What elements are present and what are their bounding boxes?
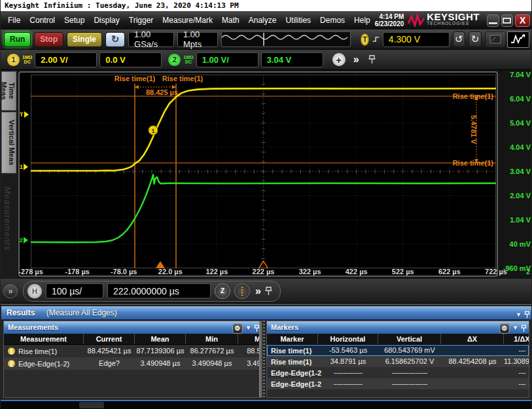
- value-cell: 680.543769 mV: [378, 345, 441, 356]
- column-header[interactable]: Measurement: [4, 334, 84, 344]
- channel2-scale-field[interactable]: 1.00 V/: [196, 52, 258, 67]
- pin-icon[interactable]: [265, 287, 272, 296]
- waveform-workspace: Time Meas Vertical Meas Measurements 1Ri…: [1, 70, 532, 279]
- menu-item-control[interactable]: Control: [25, 11, 60, 29]
- menu-item-help[interactable]: Help: [349, 11, 375, 29]
- column-header[interactable]: Horizontal: [318, 334, 378, 344]
- value-cell: ---: [504, 378, 529, 389]
- waveform-plot[interactable]: 1Rise time(1)Rise time(1)88.425 µsRise t…: [31, 75, 496, 268]
- undo-button[interactable]: ↺: [453, 31, 466, 47]
- minimize-button[interactable]: [487, 14, 499, 27]
- pin-icon[interactable]: [524, 311, 530, 319]
- channel1-ground-marker[interactable]: 1: [20, 162, 31, 171]
- trigger-level-field[interactable]: 4.300 V: [383, 32, 450, 47]
- brand-name: KEYSIGHT: [427, 14, 480, 20]
- lower-threshold-label: Rise time(1): [453, 159, 494, 167]
- window-title: Keysight Infiniium : Tuesday, June 23, 2…: [1, 0, 532, 11]
- menu-item-trigger[interactable]: Trigger: [124, 11, 158, 29]
- markers-button[interactable]: [234, 283, 250, 299]
- menu-item-measuremark[interactable]: Measure/Mark: [158, 11, 217, 29]
- menu-bar: FileControlSetupDisplayTriggerMeasure/Ma…: [1, 11, 532, 29]
- trigger-level-marker[interactable]: T: [20, 110, 31, 119]
- y-tick-label: 6.04 V: [498, 95, 531, 103]
- expand-panel-button[interactable]: »: [3, 284, 18, 298]
- channel2-ground-marker[interactable]: 2: [20, 236, 31, 245]
- os-taskbar: [1, 401, 532, 409]
- menu-item-analyze[interactable]: Analyze: [244, 11, 281, 29]
- table-row[interactable]: Rise time(1)-53.5463 µs680.543769 mV---: [267, 345, 529, 356]
- measurements-collapse-icon[interactable]: ▼: [245, 322, 251, 334]
- acquisition-preview[interactable]: [221, 31, 351, 47]
- touch-button[interactable]: ↻: [105, 32, 125, 47]
- channel1-id-label: 1: [151, 128, 154, 134]
- channel-more-button[interactable]: »: [353, 54, 359, 65]
- column-header[interactable]: ΔX: [441, 334, 504, 344]
- table-row[interactable]: 1Rise time(1)88.425421 µs87.7139306 µs86…: [4, 345, 262, 357]
- memory-depth-field[interactable]: 1.00 Mpts: [177, 32, 218, 47]
- column-header[interactable]: M: [238, 334, 262, 344]
- tab-vertical-meas[interactable]: Vertical Meas: [1, 112, 16, 173]
- zoom-button[interactable]: Z: [215, 283, 230, 299]
- y-tick-label: 5.04 V: [498, 119, 531, 127]
- trigger-arrow-icon: [24, 111, 29, 118]
- panel-resize-grip[interactable]: [263, 321, 265, 398]
- maximize-button[interactable]: [501, 14, 514, 27]
- menu-item-math[interactable]: Math: [217, 11, 244, 29]
- gear-icon[interactable]: ⚙: [232, 323, 243, 334]
- tab-time-meas[interactable]: Time Meas: [1, 71, 16, 111]
- gear-icon[interactable]: ⚙: [499, 323, 510, 334]
- channel1-coupling: 1MΩDC: [22, 55, 32, 64]
- table-row[interactable]: Rise time(1)34.8791 µs6.158625702 V88.42…: [267, 356, 529, 367]
- cursor2-label: Rise time(1): [162, 75, 204, 82]
- maximize-icon: [503, 18, 511, 24]
- column-header[interactable]: Marker: [267, 334, 318, 344]
- timebase-position-field[interactable]: 222.0000000 µs: [107, 283, 211, 298]
- redo-button[interactable]: ↻: [469, 31, 482, 47]
- results-collapse-icon[interactable]: ▼: [516, 308, 522, 321]
- row-name: Edge-Edge(1-2: [271, 378, 321, 389]
- results-title-bar[interactable]: Results (Measure All Edges) ▼: [1, 306, 532, 319]
- measurements-scrollbar[interactable]: [259, 321, 262, 397]
- channel1-scale-field[interactable]: 2.00 V/: [35, 52, 97, 67]
- channel2-offset-field[interactable]: 3.04 V: [261, 52, 323, 67]
- column-header[interactable]: 1/ΔX: [504, 334, 529, 344]
- column-header[interactable]: Current: [84, 334, 135, 344]
- results-subtitle: (Measure All Edges): [46, 308, 117, 317]
- column-header[interactable]: Min: [186, 334, 238, 344]
- screen-capture-button[interactable]: [485, 31, 506, 48]
- table-row[interactable]: Edge-Edge(1-2---------------------------…: [267, 378, 529, 389]
- menu-item-utilities[interactable]: Utilities: [281, 11, 315, 29]
- channel1-offset-field[interactable]: 0.0 V: [99, 52, 162, 67]
- single-button[interactable]: Single: [67, 32, 102, 47]
- trigger-badge[interactable]: T: [361, 33, 369, 46]
- menu-items: FileControlSetupDisplayTriggerMeasure/Ma…: [3, 11, 375, 29]
- stop-button[interactable]: Stop: [34, 32, 63, 47]
- table-row[interactable]: 2Edge-Edge(1-2)Edge?3.490948 µs3.490948 …: [4, 357, 262, 370]
- column-header[interactable]: Mean: [135, 334, 186, 344]
- menu-item-file[interactable]: File: [3, 11, 25, 29]
- run-button[interactable]: Run: [4, 32, 31, 47]
- pin-icon[interactable]: [521, 325, 527, 332]
- taskbar-item[interactable]: [79, 402, 104, 408]
- markers-header[interactable]: Markers ⚙ ▼: [267, 321, 529, 334]
- sample-rate-field[interactable]: 1.00 GSa/s: [128, 32, 174, 47]
- timebase-scale-field[interactable]: 100 µs/: [46, 283, 103, 298]
- markers-collapse-icon[interactable]: ▼: [512, 322, 518, 334]
- table-row[interactable]: Edge-Edge(1-2---------------------------…: [267, 367, 529, 378]
- menu-item-display[interactable]: Display: [89, 11, 124, 29]
- menu-item-demos[interactable]: Demos: [315, 11, 349, 29]
- column-header[interactable]: Vertical: [378, 334, 441, 344]
- cursor1-label: Rise time(1): [115, 75, 156, 82]
- add-channel-button[interactable]: +: [332, 53, 346, 66]
- value-cell: 34.8791 µs: [318, 356, 378, 367]
- measurements-header[interactable]: Measurements ⚙ ▼: [4, 321, 262, 334]
- channel1-badge[interactable]: 1: [7, 54, 20, 66]
- hbar-more-button[interactable]: »: [255, 285, 261, 297]
- pin-icon[interactable]: [368, 55, 376, 64]
- close-button[interactable]: X: [515, 14, 530, 27]
- menu-item-setup[interactable]: Setup: [60, 11, 89, 29]
- channel2-badge[interactable]: 2: [168, 54, 181, 66]
- row-name-cell: 1Rise time(1): [4, 345, 84, 357]
- horizontal-badge[interactable]: H: [27, 284, 42, 298]
- autoscale-button[interactable]: [507, 31, 529, 48]
